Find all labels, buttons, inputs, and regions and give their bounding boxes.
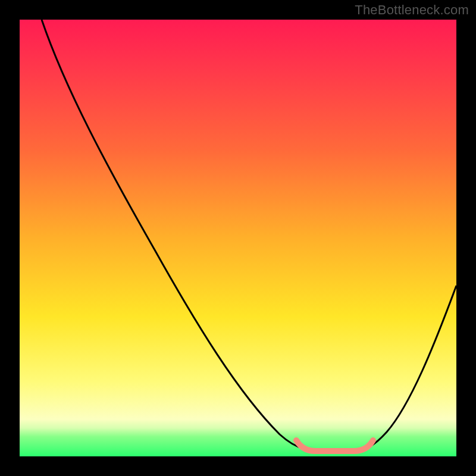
watermark-text: TheBottleneck.com [355, 2, 469, 18]
bottleneck-curve [42, 20, 456, 450]
optimal-range-marker [296, 440, 373, 451]
chart-container: TheBottleneck.com [0, 0, 476, 476]
chart-svg [0, 0, 476, 476]
